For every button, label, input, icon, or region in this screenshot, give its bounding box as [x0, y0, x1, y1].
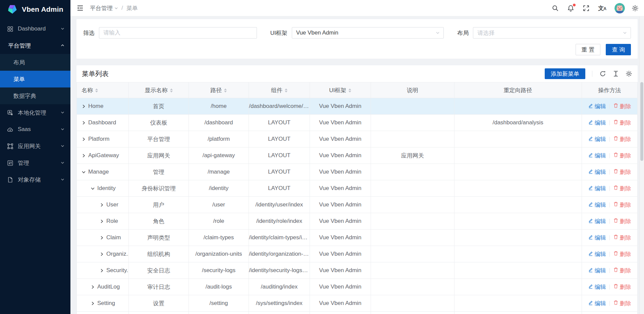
tree-collapse-icon[interactable] — [82, 170, 86, 174]
filter-panel: 筛选 UI框架 Vue Vben Admin — [76, 19, 638, 59]
tree-expand-icon[interactable] — [100, 219, 104, 224]
user-avatar[interactable] — [614, 3, 625, 13]
sort-carets-icon[interactable] — [348, 88, 351, 92]
menu-name: Setting — [97, 300, 115, 307]
chevron-down-icon — [61, 144, 64, 148]
cell-name: Dashboard — [77, 115, 129, 131]
cell-redirect — [454, 213, 582, 230]
add-menu-button[interactable]: 添加新菜单 — [545, 68, 585, 79]
cell-framework: Vue Vben Admin — [310, 197, 371, 213]
chevron-down-icon — [61, 161, 64, 165]
action-divider — [609, 120, 610, 125]
edit-button[interactable]: 编辑 — [588, 103, 606, 110]
edit-button[interactable]: 编辑 — [588, 168, 606, 176]
notification-bell-icon[interactable] — [567, 5, 574, 12]
edit-button[interactable]: 编辑 — [588, 119, 606, 127]
cell-display: 安全日志 — [129, 262, 189, 279]
delete-button[interactable]: 删除 — [613, 185, 631, 192]
scrollbar-thumb[interactable] — [640, 82, 643, 161]
app-logo[interactable]: Vben Admin — [0, 0, 70, 18]
column-header[interactable]: 组件 — [249, 82, 310, 98]
cell-actions: 编辑删除 — [582, 115, 637, 131]
translate-icon[interactable]: 文A — [598, 4, 606, 12]
edit-button[interactable]: 编辑 — [588, 300, 606, 307]
search-icon[interactable] — [552, 5, 559, 12]
cell-framework: Vue Vben Admin — [310, 147, 371, 164]
vertical-scrollbar[interactable] — [639, 16, 644, 314]
sidebar-item-gateway[interactable]: 应用网关 — [0, 138, 70, 154]
tree-expand-icon[interactable] — [82, 121, 86, 125]
delete-button[interactable]: 删除 — [613, 234, 631, 242]
sort-carets-icon[interactable] — [170, 88, 173, 92]
edit-button[interactable]: 编辑 — [588, 217, 606, 225]
tree-expand-icon[interactable] — [91, 285, 95, 289]
sidebar-fold-icon[interactable] — [76, 4, 84, 12]
tree-expand-icon[interactable] — [100, 203, 104, 207]
edit-button[interactable]: 编辑 — [588, 135, 606, 143]
delete-button[interactable]: 删除 — [613, 168, 631, 176]
cell-empty — [77, 312, 129, 314]
delete-button[interactable]: 删除 — [613, 300, 631, 307]
delete-button[interactable]: 删除 — [613, 217, 631, 225]
edit-button[interactable]: 编辑 — [588, 267, 606, 274]
sidebar-item-platform[interactable]: 平台管理 — [0, 37, 70, 54]
sidebar-item-localization[interactable]: 本地化管理 — [0, 104, 70, 121]
edit-button[interactable]: 编辑 — [588, 201, 606, 209]
refresh-icon[interactable] — [599, 70, 606, 77]
cell-actions: 编辑删除 — [582, 230, 637, 246]
sidebar-subitem[interactable]: 菜单 — [0, 71, 70, 87]
sidebar-item-storage[interactable]: 对象存储 — [0, 171, 70, 188]
delete-button[interactable]: 删除 — [613, 103, 631, 110]
delete-button[interactable]: 删除 — [613, 201, 631, 209]
breadcrumb-parent[interactable]: 平台管理 — [90, 4, 118, 12]
sort-carets-icon[interactable] — [224, 88, 227, 92]
cell-path: /audit-logs — [189, 279, 249, 295]
sidebar-item-dashboard[interactable]: Dashboard — [0, 20, 70, 37]
edit-button[interactable]: 编辑 — [588, 234, 606, 242]
sort-carets-icon[interactable] — [95, 88, 98, 92]
edit-button[interactable]: 编辑 — [588, 185, 606, 192]
keyword-input[interactable] — [103, 29, 253, 36]
settings-gear-icon[interactable] — [632, 5, 639, 12]
delete-button[interactable]: 删除 — [613, 119, 631, 127]
edit-button[interactable]: 编辑 — [588, 152, 606, 160]
tree-collapse-icon[interactable] — [91, 186, 95, 191]
action-divider — [609, 137, 610, 142]
column-header[interactable]: 名称 — [77, 82, 129, 98]
edit-button[interactable]: 编辑 — [588, 283, 606, 291]
tree-expand-icon[interactable] — [91, 301, 95, 306]
cell-description — [371, 131, 454, 147]
query-button[interactable]: 查 询 — [606, 44, 631, 55]
sidebar-item-manage[interactable]: 管理 — [0, 154, 70, 171]
row-height-icon[interactable] — [612, 70, 619, 77]
column-header[interactable]: 路径 — [189, 82, 249, 98]
menu-name: Security... — [106, 267, 129, 274]
delete-button[interactable]: 删除 — [613, 267, 631, 274]
tree-expand-icon[interactable] — [82, 153, 86, 158]
tree-expand-icon[interactable] — [82, 104, 86, 109]
delete-button[interactable]: 删除 — [613, 283, 631, 291]
layout-select[interactable]: 请选择 — [473, 27, 631, 39]
delete-button[interactable]: 删除 — [613, 152, 631, 160]
tree-expand-icon[interactable] — [100, 252, 104, 256]
column-header[interactable]: UI框架 — [310, 82, 371, 98]
sidebar-item-saas[interactable]: Saas — [0, 121, 70, 138]
tree-expand-icon[interactable] — [82, 137, 86, 141]
action-divider — [609, 301, 610, 306]
reset-button[interactable]: 重 置 — [576, 44, 601, 55]
sort-carets-icon[interactable] — [285, 88, 287, 92]
tree-expand-icon[interactable] — [100, 236, 104, 240]
sidebar-item-label: 管理 — [18, 159, 29, 167]
column-header[interactable]: 显示名称 — [129, 82, 189, 98]
fullscreen-icon[interactable] — [583, 5, 590, 12]
ui-framework-select[interactable]: Vue Vben Admin — [292, 27, 444, 39]
edit-pencil-icon — [588, 201, 593, 208]
delete-button[interactable]: 删除 — [613, 135, 631, 143]
tree-expand-icon[interactable] — [100, 268, 104, 273]
delete-button[interactable]: 删除 — [613, 250, 631, 258]
sidebar-subitem[interactable]: 数据字典 — [0, 87, 70, 104]
edit-button[interactable]: 编辑 — [588, 250, 606, 258]
table-settings-gear-icon[interactable] — [625, 70, 632, 77]
sidebar-subitem[interactable]: 布局 — [0, 54, 70, 71]
menu-name: Manage — [88, 169, 109, 175]
